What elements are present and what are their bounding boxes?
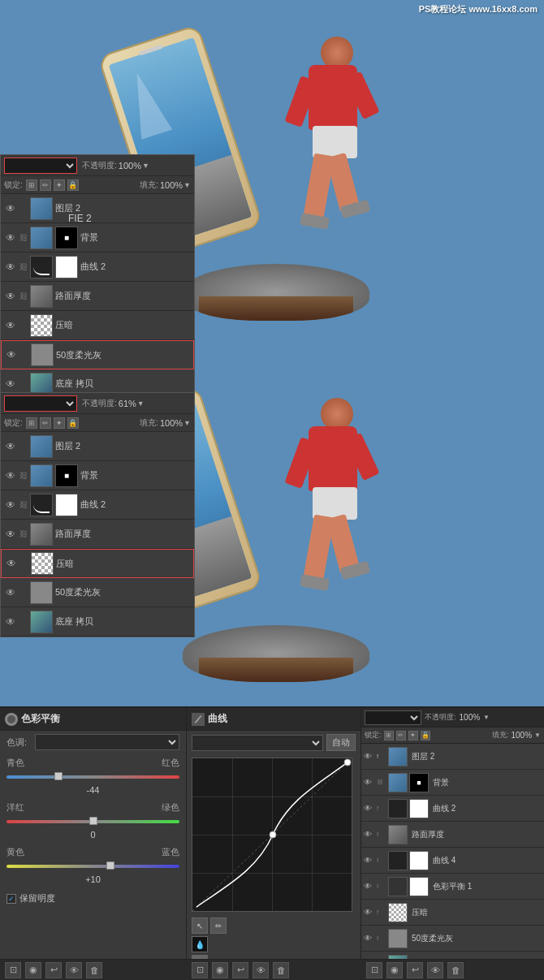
right-layer-row-5[interactable]: 👁 f 色彩平衡 1 <box>361 874 544 900</box>
layer-row-bot-3[interactable]: 👁 ⛓ 路面厚度 <box>1 520 194 549</box>
right-layer-row-1[interactable]: 👁 ⛓ ■ 背景 <box>361 770 544 796</box>
right-layer-row-2[interactable]: 👁 f 曲线 2 <box>361 796 544 822</box>
right-lock-chess[interactable]: ⊞ <box>384 731 394 740</box>
fill-arrow-top[interactable]: ▼ <box>183 181 191 189</box>
rtb-btn-1[interactable]: ⊡ <box>366 962 382 978</box>
curves-channel-select[interactable]: RGB <box>192 735 323 751</box>
curves-graph[interactable] <box>192 758 352 912</box>
cyan-thumb[interactable] <box>54 772 63 780</box>
right-layer-row-6[interactable]: 👁 f 压暗 <box>361 900 544 926</box>
eye-icon[interactable]: 👁 <box>4 469 17 482</box>
eye-icon[interactable]: 👁 <box>364 882 375 891</box>
eye-icon[interactable]: 👁 <box>4 378 17 391</box>
eye-icon[interactable]: 👁 <box>364 830 375 839</box>
layer-row-bot-6[interactable]: 👁 底座 拷贝 <box>1 607 194 637</box>
eye-icon[interactable]: 👁 <box>4 499 17 512</box>
right-layer-row-7[interactable]: 👁 f 50度柔光灰 <box>361 926 544 952</box>
layer-row-top-5[interactable]: 👁 50度柔光灰 <box>1 340 194 369</box>
fill-arrow-bottom[interactable]: ▼ <box>183 419 191 427</box>
lock-icon-brush[interactable]: ✏ <box>40 179 51 191</box>
tb-btn-3[interactable]: ↩ <box>45 962 62 978</box>
eye-icon[interactable]: 👁 <box>4 528 17 541</box>
layer-thumb <box>388 773 408 792</box>
layer-row-top-1[interactable]: 👁 ⛓ ■ 背景 <box>1 223 194 253</box>
tb-btn-1[interactable]: ⊡ <box>5 962 21 978</box>
lock-icon-chess-b[interactable]: ⊞ <box>26 417 37 429</box>
layer-row-bot-0[interactable]: 👁 图层 2 <box>1 432 194 461</box>
layer-row-bot-2[interactable]: 👁 ⛓ 曲线 2 <box>1 490 194 520</box>
eye-icon[interactable]: 👁 <box>364 856 375 865</box>
lock-icon-move[interactable]: ✦ <box>54 179 65 191</box>
tb-btn-4[interactable]: 👁 <box>66 962 82 978</box>
tb-btn-2[interactable]: ◉ <box>25 962 41 978</box>
rtb-btn-4[interactable]: 👁 <box>427 962 443 978</box>
blend-mode-select-top[interactable]: 柔光 <box>4 158 77 174</box>
lock-icon-chess[interactable]: ⊞ <box>26 179 37 191</box>
right-layer-row-4[interactable]: 👁 f 曲线 4 <box>361 848 544 874</box>
right-opacity-arrow[interactable]: ▼ <box>483 714 490 721</box>
right-blend-row[interactable]: 正常 不透明度: 100% ▼ <box>361 708 544 727</box>
ctb-btn-1[interactable]: ⊡ <box>192 962 208 978</box>
eye-icon[interactable]: 👁 <box>364 908 375 917</box>
ctb-btn-3[interactable]: ↩ <box>232 962 248 978</box>
layer-row-bot-5[interactable]: 👁 50度柔光灰 <box>1 578 194 607</box>
eye-icon[interactable]: 👁 <box>4 290 17 303</box>
layer-row-bot-1[interactable]: 👁 ⛓ ■ 背景 <box>1 461 194 490</box>
cyan-slider[interactable] <box>6 771 179 783</box>
eye-icon[interactable]: 👁 <box>4 231 17 244</box>
layer-row-top-0[interactable]: 👁 图层 2 <box>1 194 194 223</box>
curves-auto-btn[interactable]: 自动 <box>326 734 356 751</box>
layer-row-bot-4[interactable]: 👁 压暗 <box>1 549 194 578</box>
lock-icon-lock[interactable]: 🔒 <box>67 179 79 191</box>
ctb-btn-2[interactable]: ◉ <box>212 962 228 978</box>
blend-row-top[interactable]: 柔光 不透明度: 100% ▼ <box>1 155 194 176</box>
yb-thumb[interactable] <box>106 861 114 870</box>
ctb-btn-5[interactable]: 🗑 <box>273 962 289 978</box>
eye-icon[interactable]: 👁 <box>4 319 17 332</box>
opacity-arrow-bottom[interactable]: ▼ <box>137 399 145 408</box>
eye-icon[interactable]: 👁 <box>4 586 17 599</box>
ctb-btn-4[interactable]: 👁 <box>253 962 269 978</box>
eye-icon[interactable]: 👁 <box>5 557 18 570</box>
right-fill-arrow[interactable]: ▼ <box>534 732 541 739</box>
eye-icon[interactable]: 👁 <box>4 615 17 628</box>
rtb-btn-3[interactable]: ↩ <box>407 962 423 978</box>
rtb-btn-2[interactable]: ◉ <box>386 962 403 978</box>
layer-row-top-3[interactable]: 👁 ⛓ 路面厚度 <box>1 282 194 311</box>
eye-icon[interactable]: 👁 <box>4 202 17 215</box>
eye-icon[interactable]: 👁 <box>364 804 375 813</box>
right-lock-lock[interactable]: 🔒 <box>421 731 430 740</box>
blend-mode-select-bottom[interactable]: 正片叠底 <box>4 395 77 412</box>
lock-icon-brush-b[interactable]: ✏ <box>40 417 51 429</box>
right-fill-label: 填充: <box>492 730 509 740</box>
preserve-checkbox[interactable]: ✓ <box>6 894 16 904</box>
curves-tool-pointer[interactable]: ↖ <box>192 917 208 934</box>
lock-icon-lock-b[interactable]: 🔒 <box>67 417 79 429</box>
right-layer-row-0[interactable]: 👁 f 图层 2 <box>361 744 544 770</box>
rtb-btn-5[interactable]: 🗑 <box>447 962 464 978</box>
mg-slider[interactable] <box>6 816 179 827</box>
eye-icon[interactable]: 👁 <box>364 752 375 761</box>
right-blend-select[interactable]: 正常 <box>365 710 421 725</box>
yb-slider[interactable] <box>6 861 179 872</box>
layer-row-top-4[interactable]: 👁 压暗 <box>1 311 194 340</box>
eye-icon[interactable]: 👁 <box>364 934 375 943</box>
blend-row-bottom[interactable]: 正片叠底 不透明度: 61% ▼ <box>1 393 194 414</box>
curves-tool-eyedrop-black[interactable]: 💧 <box>192 936 208 952</box>
layer-name: 图层 2 <box>412 751 434 762</box>
cb-tone-select[interactable]: 中间调 <box>35 734 179 750</box>
layer-row-top-2[interactable]: 👁 ⛓ 曲线 2 <box>1 253 194 282</box>
bottom-panel: 色彩平衡 色调: 中间调 青色 红色 -44 洋红 绿色 <box>0 706 544 980</box>
eye-icon[interactable]: 👁 <box>4 440 17 453</box>
curves-tool-pencil[interactable]: ✏ <box>210 917 227 934</box>
opacity-arrow-top[interactable]: ▼ <box>142 162 149 170</box>
mg-thumb[interactable] <box>89 817 97 825</box>
right-lock-move[interactable]: ✦ <box>408 731 418 740</box>
right-layer-row-3[interactable]: 👁 f 路面厚度 <box>361 822 544 848</box>
eye-icon[interactable]: 👁 <box>364 778 375 787</box>
eye-icon[interactable]: 👁 <box>5 348 18 361</box>
tb-btn-5[interactable]: 🗑 <box>86 962 102 978</box>
lock-icon-move-b[interactable]: ✦ <box>54 417 65 429</box>
right-lock-brush[interactable]: ✏ <box>396 731 406 740</box>
eye-icon[interactable]: 👁 <box>4 261 17 274</box>
